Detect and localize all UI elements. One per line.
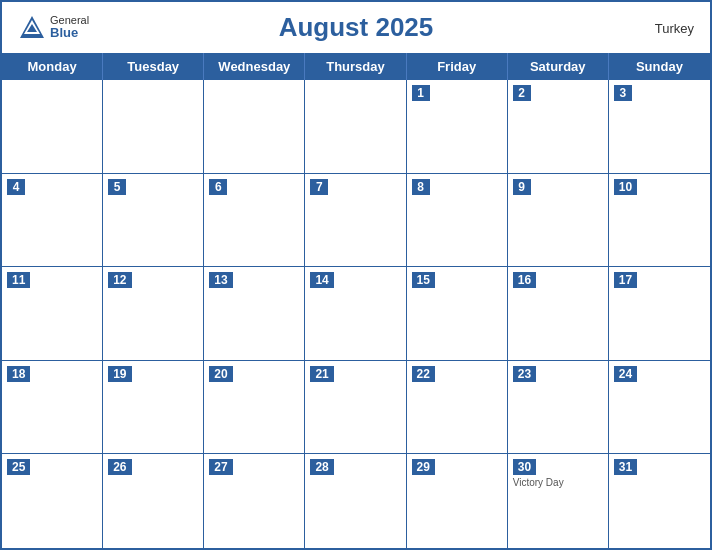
days-header: Monday Tuesday Wednesday Thursday Friday… <box>2 53 710 80</box>
day-wednesday: Wednesday <box>204 53 305 80</box>
calendar-cell: 29 <box>407 454 508 548</box>
calendar-cell: 6 <box>204 174 305 268</box>
calendar-cell: 24 <box>609 361 710 455</box>
calendar-cell <box>2 80 103 174</box>
country-label: Turkey <box>655 20 694 35</box>
date-number: 8 <box>412 179 430 195</box>
date-number: 22 <box>412 366 435 382</box>
calendar-cell: 2 <box>508 80 609 174</box>
calendar-cell: 8 <box>407 174 508 268</box>
general-blue-logo-icon <box>18 14 46 42</box>
calendar-cell: 20 <box>204 361 305 455</box>
calendar-cell: 23 <box>508 361 609 455</box>
day-saturday: Saturday <box>508 53 609 80</box>
calendar-cell: 14 <box>305 267 406 361</box>
date-number: 19 <box>108 366 131 382</box>
calendar-cell: 7 <box>305 174 406 268</box>
day-tuesday: Tuesday <box>103 53 204 80</box>
calendar-cell: 27 <box>204 454 305 548</box>
logo-text: General Blue <box>50 14 89 40</box>
date-number: 28 <box>310 459 333 475</box>
date-number: 21 <box>310 366 333 382</box>
date-number: 29 <box>412 459 435 475</box>
holiday-label: Victory Day <box>513 477 603 489</box>
calendar-cell: 12 <box>103 267 204 361</box>
date-number: 24 <box>614 366 637 382</box>
date-number: 15 <box>412 272 435 288</box>
calendar-container: General Blue August 2025 Turkey Monday T… <box>0 0 712 550</box>
calendar-cell: 17 <box>609 267 710 361</box>
calendar-cell: 25 <box>2 454 103 548</box>
calendar-cell: 26 <box>103 454 204 548</box>
date-number: 11 <box>7 272 30 288</box>
calendar-cell: 31 <box>609 454 710 548</box>
calendar-cell: 11 <box>2 267 103 361</box>
date-number: 30 <box>513 459 536 475</box>
calendar-cell <box>305 80 406 174</box>
calendar-cell: 5 <box>103 174 204 268</box>
date-number: 20 <box>209 366 232 382</box>
date-number: 12 <box>108 272 131 288</box>
calendar-cell: 21 <box>305 361 406 455</box>
calendar-cell: 19 <box>103 361 204 455</box>
date-number: 4 <box>7 179 25 195</box>
date-number: 2 <box>513 85 531 101</box>
calendar-cell: 22 <box>407 361 508 455</box>
date-number: 26 <box>108 459 131 475</box>
calendar-cell <box>204 80 305 174</box>
date-number: 1 <box>412 85 430 101</box>
calendar-cell: 4 <box>2 174 103 268</box>
logo-blue-text: Blue <box>50 26 89 40</box>
calendar-header: General Blue August 2025 Turkey <box>2 2 710 53</box>
date-number: 31 <box>614 459 637 475</box>
date-number: 23 <box>513 366 536 382</box>
calendar-cell: 1 <box>407 80 508 174</box>
day-monday: Monday <box>2 53 103 80</box>
date-number: 9 <box>513 179 531 195</box>
calendar-cell: 10 <box>609 174 710 268</box>
calendar-cell: 3 <box>609 80 710 174</box>
calendar-cell: 9 <box>508 174 609 268</box>
calendar-cell: 30Victory Day <box>508 454 609 548</box>
date-number: 5 <box>108 179 126 195</box>
date-number: 7 <box>310 179 328 195</box>
logo-area: General Blue <box>18 14 89 42</box>
date-number: 10 <box>614 179 637 195</box>
calendar-cell <box>103 80 204 174</box>
day-friday: Friday <box>407 53 508 80</box>
date-number: 14 <box>310 272 333 288</box>
calendar-cell: 15 <box>407 267 508 361</box>
day-sunday: Sunday <box>609 53 710 80</box>
date-number: 27 <box>209 459 232 475</box>
calendar-cell: 16 <box>508 267 609 361</box>
month-year-title: August 2025 <box>279 12 434 43</box>
day-thursday: Thursday <box>305 53 406 80</box>
calendar-cell: 13 <box>204 267 305 361</box>
calendar-grid: 1234567891011121314151617181920212223242… <box>2 80 710 548</box>
date-number: 17 <box>614 272 637 288</box>
date-number: 25 <box>7 459 30 475</box>
calendar-cell: 28 <box>305 454 406 548</box>
date-number: 18 <box>7 366 30 382</box>
calendar-cell: 18 <box>2 361 103 455</box>
date-number: 13 <box>209 272 232 288</box>
date-number: 16 <box>513 272 536 288</box>
date-number: 3 <box>614 85 632 101</box>
date-number: 6 <box>209 179 227 195</box>
